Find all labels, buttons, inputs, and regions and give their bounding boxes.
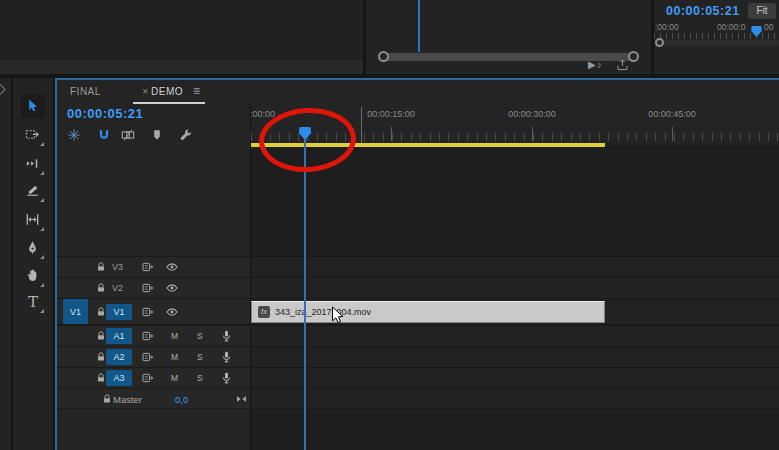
panel-bottom-band: [0, 60, 363, 74]
track-target-a3[interactable]: A3: [106, 370, 132, 386]
toggle-track-output-eye-icon[interactable]: [165, 260, 179, 274]
export-frame-icon[interactable]: [616, 59, 629, 72]
tools-panel: T: [13, 78, 53, 450]
clip-name: 343_iza_2017_004.mov: [275, 307, 371, 317]
tab-demo[interactable]: DEMO: [151, 86, 183, 97]
major-tick: [532, 127, 533, 141]
left-top-panel: [0, 0, 363, 74]
track-a1-content[interactable]: [251, 326, 779, 346]
panel-edge-icon: [0, 83, 6, 96]
scrollbar-handle-right[interactable]: [628, 51, 639, 62]
project-panel-edge: [0, 78, 11, 450]
mini-scrollbar-handle[interactable]: [655, 38, 664, 47]
track-master-content[interactable]: [251, 389, 779, 408]
track-v3-content[interactable]: [251, 257, 779, 277]
nest-sequences-icon[interactable]: [67, 128, 81, 142]
master-track-label: Master: [113, 393, 142, 404]
ruler-label: 00:00:30:00: [508, 109, 556, 119]
toggle-track-output-eye-icon[interactable]: [165, 281, 179, 295]
active-tab-underline: [133, 102, 205, 104]
voiceover-mic-icon[interactable]: [220, 330, 233, 343]
hand-tool-icon[interactable]: [21, 264, 45, 288]
mini-ruler-label-mid-after: 00: [764, 22, 773, 32]
lock-icon[interactable]: [101, 393, 113, 405]
ripple-edit-tool-icon[interactable]: [21, 152, 45, 176]
track-label[interactable]: V3: [112, 262, 123, 272]
tab-final[interactable]: FINAL: [70, 86, 101, 97]
track-target-a2[interactable]: A2: [106, 349, 132, 365]
track-header-v1: V1 V1: [57, 299, 250, 324]
solo-button[interactable]: S: [197, 373, 203, 383]
sync-lock-icon[interactable]: [141, 305, 154, 318]
snap-magnet-icon[interactable]: [97, 128, 111, 142]
razor-tool-icon[interactable]: [21, 179, 45, 203]
mini-playhead-marker[interactable]: [750, 25, 763, 38]
timeline-tabbar: FINAL × DEMO ≡: [55, 80, 779, 103]
voiceover-mic-icon[interactable]: [220, 351, 233, 364]
ruler-label: :00:00: [250, 109, 275, 119]
source-patch-v1[interactable]: V1: [63, 299, 88, 324]
add-marker-icon[interactable]: [150, 128, 164, 142]
timeline-timecode[interactable]: 00:00:05:21: [67, 106, 143, 121]
solo-button[interactable]: S: [197, 331, 203, 341]
track-header-a1: A1 M S: [57, 326, 250, 346]
zoom-level-select[interactable]: Fit: [748, 3, 776, 19]
mini-ruler-label-mid: 00:00:0: [717, 22, 745, 32]
track-target-v1[interactable]: V1: [106, 304, 132, 320]
monitor-playhead-line[interactable]: [418, 0, 420, 52]
scrollbar-handle-left[interactable]: [378, 51, 389, 62]
type-tool-icon[interactable]: T: [21, 290, 45, 314]
track-header-v2: V2: [57, 278, 250, 298]
track-header-a2: A2 M S: [57, 347, 250, 367]
track-header-a3: A3 M S: [57, 368, 250, 388]
selection-tool-icon[interactable]: [21, 94, 45, 118]
lock-icon[interactable]: [95, 261, 107, 273]
monitor-timecode[interactable]: 00:00:05:21: [666, 4, 740, 18]
panel-menu-icon[interactable]: ≡: [193, 84, 200, 98]
mini-ruler-label-start: :00:00: [655, 22, 679, 32]
track-target-a1[interactable]: A1: [106, 328, 132, 344]
sync-lock-icon[interactable]: [141, 372, 154, 385]
track-label[interactable]: V2: [112, 283, 123, 293]
track-header-v3: V3: [57, 257, 250, 277]
keyframe-bowtie-icon[interactable]: [235, 392, 248, 405]
program-monitor-bottom: ▶♪: [366, 0, 651, 74]
slip-tool-icon[interactable]: [21, 208, 45, 232]
track-a2-content[interactable]: [251, 347, 779, 367]
pen-tool-icon[interactable]: [21, 236, 45, 260]
mini-scrollbar[interactable]: [662, 40, 779, 46]
tab-close-icon[interactable]: ×: [142, 85, 148, 97]
master-volume-value[interactable]: 0,0: [175, 393, 188, 404]
mute-button[interactable]: M: [171, 331, 178, 341]
track-a3-content[interactable]: [251, 368, 779, 388]
playhead-line[interactable]: [304, 139, 306, 450]
toggle-track-output-eye-icon[interactable]: [165, 305, 179, 319]
major-tick: [672, 127, 673, 141]
major-tick: [391, 127, 392, 141]
sync-lock-icon[interactable]: [141, 351, 154, 364]
sync-lock-icon[interactable]: [141, 282, 154, 295]
mouse-cursor: [331, 306, 345, 324]
lock-icon[interactable]: [95, 282, 107, 294]
mute-button[interactable]: M: [171, 352, 178, 362]
sync-lock-icon[interactable]: [141, 330, 154, 343]
premiere-workspace: ▶♪ 00:00:05:21 Fit :00:00 00:00:0 00 T F…: [0, 0, 779, 450]
sync-lock-icon[interactable]: [141, 261, 154, 274]
play-around-icon[interactable]: ▶♪: [588, 59, 603, 70]
fx-badge-icon[interactable]: fx: [258, 306, 270, 318]
track-v2-content[interactable]: [251, 278, 779, 298]
monitor-timecode-panel: 00:00:05:21 Fit :00:00 00:00:0 00: [654, 0, 779, 74]
timeline-panel: FINAL × DEMO ≡ 00:00:05:21 V3 V2: [55, 78, 779, 450]
voiceover-mic-icon[interactable]: [220, 372, 233, 385]
ruler-label: 00:00:15:00: [367, 109, 415, 119]
linked-selection-icon[interactable]: [121, 128, 135, 142]
ruler-label: 00:00:45:00: [648, 109, 696, 119]
mute-button[interactable]: M: [171, 373, 178, 383]
solo-button[interactable]: S: [197, 352, 203, 362]
track-select-forward-tool-icon[interactable]: [21, 123, 45, 147]
track-header-master: Master 0,0: [57, 389, 250, 408]
timeline-content[interactable]: :00:00 00:00:15:00 00:00:30:00 00:00:45:…: [250, 103, 779, 450]
vertical-guide-line: [361, 107, 362, 145]
timeline-settings-wrench-icon[interactable]: [179, 128, 193, 142]
